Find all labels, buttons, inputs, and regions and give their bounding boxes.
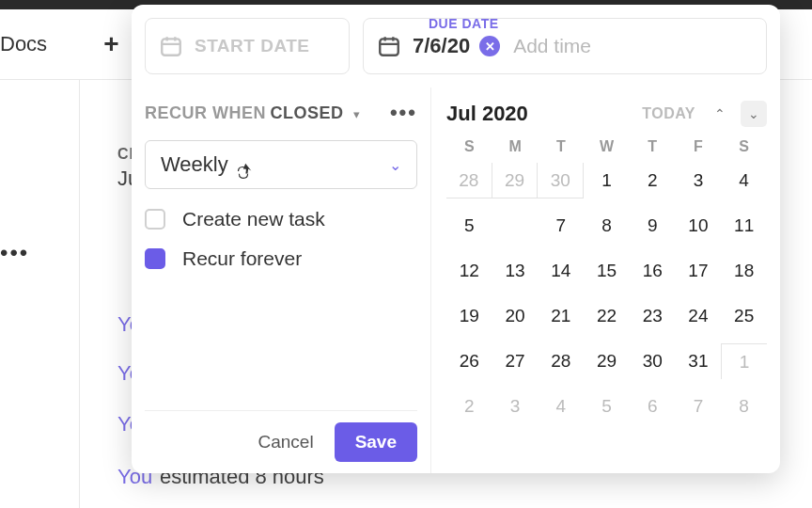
calendar-day[interactable]: 30 (538, 163, 584, 198)
day-of-week: W (584, 138, 630, 155)
bg-sidebar: ••• (0, 80, 80, 508)
create-new-task-option[interactable]: Create new task (145, 208, 417, 230)
frequency-select[interactable]: Weekly ⌄ (145, 140, 417, 189)
calendar-day[interactable]: 28 (446, 163, 492, 198)
day-of-week: T (538, 138, 584, 155)
docs-tab[interactable]: Docs (0, 32, 47, 56)
cursor-icon (233, 162, 254, 183)
calendar-day[interactable]: 29 (492, 163, 539, 198)
checkbox-icon[interactable] (145, 248, 165, 269)
calendar-day[interactable]: 2 (630, 163, 676, 198)
calendar-day[interactable]: 19 (446, 298, 492, 334)
day-of-week: S (446, 138, 492, 155)
calendar-day[interactable]: 9 (630, 208, 676, 244)
add-icon[interactable]: + (103, 29, 118, 59)
calendar-day[interactable]: 11 (721, 208, 767, 244)
calendar-day[interactable]: 8 (721, 389, 767, 424)
calendar-day[interactable]: 1 (584, 163, 630, 198)
next-month-button[interactable]: ⌄ (741, 101, 767, 127)
more-options-icon[interactable]: ••• (390, 101, 417, 125)
calendar-day[interactable]: 16 (630, 253, 676, 289)
due-date-value: 7/6/20 (413, 34, 470, 58)
calendar-day[interactable]: 30 (630, 343, 676, 379)
calendar-day[interactable]: 6 (492, 208, 539, 244)
calendar-day[interactable]: 3 (492, 389, 539, 424)
calendar-day[interactable]: 28 (538, 343, 584, 379)
calendar-day[interactable]: 3 (676, 163, 722, 198)
due-date-label: DUE DATE (429, 16, 499, 31)
calendar-day[interactable]: 24 (676, 298, 722, 334)
calendar-pane: Jul 2020 TODAY ⌃ ⌄ SMTWTFS 2829301234567… (430, 87, 780, 473)
chevron-down-icon: ▾ (353, 107, 360, 121)
due-date-wrapper: DUE DATE 7/6/20 ✕ Add time (363, 18, 767, 74)
save-button[interactable]: Save (335, 422, 417, 462)
checkbox-icon[interactable] (145, 209, 165, 230)
calendar-day[interactable]: 22 (584, 298, 630, 334)
add-time-button[interactable]: Add time (513, 35, 591, 57)
recur-forever-label: Recur forever (182, 247, 302, 270)
create-new-task-label: Create new task (182, 208, 325, 230)
calendar-day[interactable]: 15 (584, 253, 630, 289)
calendar-day[interactable]: 5 (584, 389, 630, 424)
calendar-day[interactable]: 2 (446, 389, 492, 424)
day-of-week: S (721, 138, 767, 155)
recur-status-dropdown[interactable]: RECUR WHEN CLOSED ▾ (145, 103, 360, 123)
day-of-week: T (630, 138, 676, 155)
recur-forever-option[interactable]: Recur forever (145, 247, 417, 270)
calendar-icon (377, 34, 401, 58)
calendar-grid: 2829301234567891011121314151617181920212… (446, 163, 767, 424)
calendar-day[interactable]: 23 (630, 298, 676, 334)
prev-month-button[interactable]: ⌃ (707, 101, 733, 127)
calendar-day[interactable]: 31 (676, 343, 722, 379)
calendar-day[interactable]: 4 (538, 389, 584, 424)
calendar-day[interactable]: 6 (630, 389, 676, 424)
start-date-placeholder: START DATE (195, 36, 310, 56)
recur-header: RECUR WHEN CLOSED ▾ ••• (145, 101, 417, 125)
calendar-day[interactable]: 5 (446, 208, 492, 244)
calendar-day[interactable]: 12 (446, 253, 492, 289)
day-of-week-row: SMTWTFS (446, 138, 767, 155)
due-date-input[interactable]: 7/6/20 ✕ Add time (363, 18, 767, 74)
calendar-day[interactable]: 27 (492, 343, 539, 379)
more-icon[interactable]: ••• (0, 240, 28, 266)
calendar-day[interactable]: 7 (538, 208, 584, 244)
date-picker-modal: START DATE DUE DATE 7/6/20 ✕ Add time RE… (132, 5, 780, 473)
start-date-input[interactable]: START DATE (145, 18, 350, 74)
modal-body: RECUR WHEN CLOSED ▾ ••• Weekly ⌄ Create … (132, 87, 780, 473)
recur-when-label: RECUR WHEN (145, 103, 266, 122)
calendar-day[interactable]: 20 (492, 298, 539, 334)
calendar-day[interactable]: 25 (721, 298, 767, 334)
chevron-down-icon: ⌄ (389, 156, 401, 174)
svg-rect-1 (380, 39, 398, 55)
cancel-button[interactable]: Cancel (241, 422, 330, 462)
calendar-header: Jul 2020 TODAY ⌃ ⌄ (446, 101, 767, 127)
recur-pane: RECUR WHEN CLOSED ▾ ••• Weekly ⌄ Create … (132, 87, 430, 473)
date-row: START DATE DUE DATE 7/6/20 ✕ Add time (132, 5, 780, 87)
day-of-week: F (676, 138, 722, 155)
calendar-day[interactable]: 4 (721, 163, 767, 198)
calendar-day[interactable]: 17 (676, 253, 722, 289)
calendar-day[interactable]: 29 (584, 343, 630, 379)
calendar-day[interactable]: 26 (446, 343, 492, 379)
calendar-day[interactable]: 1 (721, 343, 767, 379)
calendar-day[interactable]: 8 (584, 208, 630, 244)
calendar-day[interactable]: 7 (676, 389, 722, 424)
month-title: Jul 2020 (446, 102, 528, 126)
calendar-day[interactable]: 10 (676, 208, 722, 244)
svg-rect-0 (162, 39, 180, 55)
calendar-nav: TODAY ⌃ ⌄ (642, 101, 767, 127)
day-of-week: M (492, 138, 539, 155)
calendar-day[interactable]: 18 (721, 253, 767, 289)
calendar-day[interactable]: 14 (538, 253, 584, 289)
calendar-day[interactable]: 21 (538, 298, 584, 334)
today-button[interactable]: TODAY (642, 105, 695, 122)
recur-status: CLOSED (270, 103, 343, 122)
modal-footer: Cancel Save (145, 410, 417, 462)
calendar-icon (159, 34, 183, 58)
calendar-day[interactable]: 13 (492, 253, 539, 289)
frequency-value: Weekly (161, 152, 228, 177)
clear-due-date-icon[interactable]: ✕ (479, 36, 500, 56)
